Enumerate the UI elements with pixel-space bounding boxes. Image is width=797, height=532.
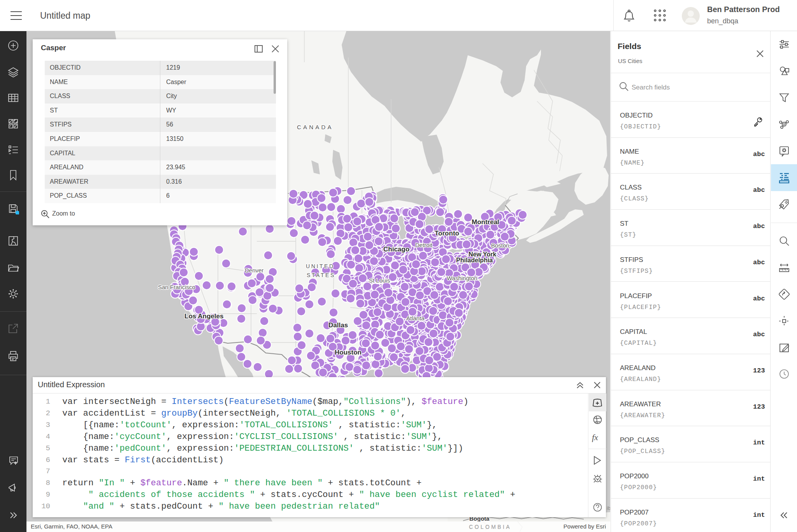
svg-text:Atlanta: Atlanta [406, 315, 425, 321]
svg-text:Toronto: Toronto [435, 230, 459, 237]
svg-text:STATES: STATES [307, 272, 335, 278]
svg-text:UNITED: UNITED [306, 263, 335, 269]
svg-text:ib: ib [607, 505, 610, 511]
svg-text:CANADA: CANADA [297, 124, 334, 130]
svg-text:Washington: Washington [447, 275, 477, 281]
svg-text:San Francisco: San Francisco [158, 284, 195, 290]
svg-text:Los Angeles: Los Angeles [184, 313, 223, 320]
svg-text:Montreal: Montreal [472, 218, 499, 226]
svg-text:Denver: Denver [245, 267, 263, 274]
svg-text:Chicago: Chicago [383, 246, 409, 253]
svg-text:Detroit: Detroit [415, 242, 433, 248]
svg-text:Philadelphia: Philadelphia [456, 257, 493, 263]
svg-text:St Louis: St Louis [369, 277, 390, 284]
svg-text:Dallas: Dallas [328, 321, 348, 329]
svg-text:Boston: Boston [491, 242, 509, 249]
svg-text:Houston: Houston [335, 349, 362, 356]
